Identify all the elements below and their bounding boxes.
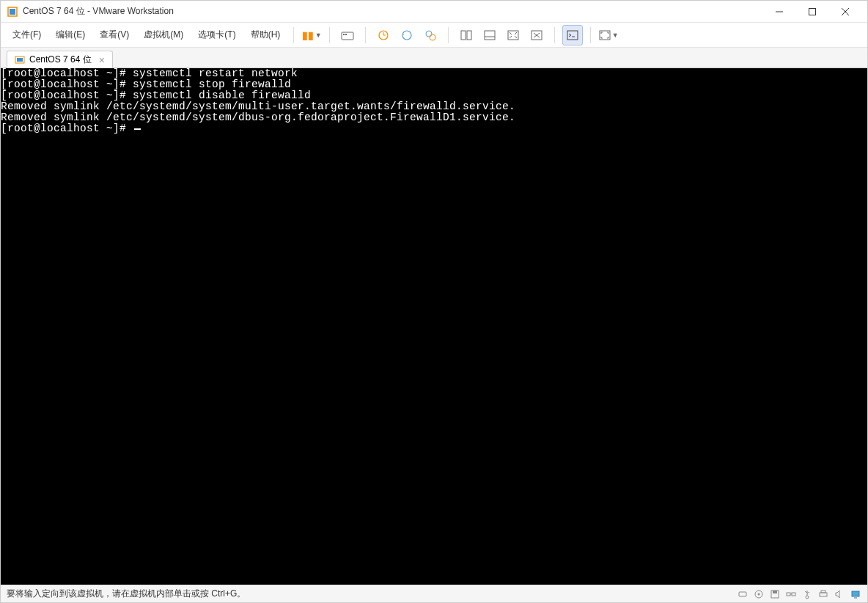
- console-icon: [567, 30, 578, 40]
- svg-rect-27: [17, 58, 23, 62]
- revert-snapshot-button[interactable]: [397, 25, 417, 45]
- console-view-button[interactable]: [562, 25, 583, 45]
- printer-icon[interactable]: [817, 588, 829, 600]
- separator: [329, 27, 330, 43]
- terminal-line: [root@localhost ~]# systemctl stop firew…: [1, 79, 867, 90]
- unity-button[interactable]: [503, 25, 523, 45]
- menu-edit[interactable]: 编辑(E): [50, 26, 91, 44]
- separator: [554, 27, 555, 43]
- vmware-logo-icon: [7, 6, 18, 18]
- vm-tab-icon: [15, 55, 25, 65]
- unity-icon: [507, 30, 519, 40]
- usb-icon[interactable]: [801, 588, 813, 600]
- separator: [293, 27, 294, 43]
- minimize-button[interactable]: [762, 1, 795, 22]
- svg-point-30: [758, 593, 760, 595]
- svg-point-14: [430, 34, 435, 40]
- separator: [365, 27, 366, 43]
- svg-rect-19: [508, 31, 518, 40]
- clock-manage-icon: [424, 29, 436, 41]
- pause-button[interactable]: ▮▮▼: [301, 25, 322, 45]
- separator: [590, 27, 591, 43]
- tab-label: CentOS 7 64 位: [29, 54, 92, 66]
- manage-snapshots-button[interactable]: [420, 25, 441, 45]
- exit-unity-button[interactable]: [526, 25, 547, 45]
- keyboard-icon: [341, 29, 354, 41]
- fullscreen-button[interactable]: ▼: [598, 25, 619, 45]
- menu-tabs[interactable]: 选项卡(T): [192, 26, 241, 44]
- close-button[interactable]: [828, 1, 861, 22]
- chevron-down-icon: ▼: [612, 32, 619, 39]
- screen-fit-icon: [460, 30, 472, 40]
- status-icons: [737, 588, 861, 600]
- svg-rect-23: [567, 31, 578, 40]
- cursor-icon: [134, 128, 141, 130]
- statusbar: 要将输入定向到该虚拟机，请在虚拟机内部单击或按 Ctrl+G。: [1, 585, 867, 602]
- tab-centos[interactable]: CentOS 7 64 位 ×: [7, 51, 113, 68]
- menubar: 文件(F) 编辑(E) 查看(V) 虚拟机(M) 选项卡(T) 帮助(H) ▮▮…: [1, 23, 867, 48]
- chevron-down-icon: ▼: [315, 32, 322, 39]
- fullscreen-icon: [599, 30, 611, 40]
- display-icon[interactable]: [850, 588, 861, 600]
- network-icon[interactable]: [785, 588, 797, 600]
- svg-rect-15: [461, 31, 466, 40]
- svg-rect-34: [792, 593, 795, 596]
- clock-icon: [378, 29, 389, 41]
- snapshot-button[interactable]: [373, 25, 394, 45]
- svg-point-36: [806, 596, 809, 599]
- fit-guest-button[interactable]: [456, 25, 477, 45]
- svg-rect-40: [820, 593, 827, 596]
- terminal-line: Removed symlink /etc/systemd/system/dbus…: [1, 112, 867, 123]
- svg-rect-1: [10, 9, 15, 15]
- exit-unity-icon: [531, 30, 542, 40]
- tab-close-icon[interactable]: ×: [99, 54, 105, 66]
- sound-icon[interactable]: [834, 588, 845, 600]
- terminal-line: [root@localhost ~]# systemctl restart ne…: [1, 68, 867, 79]
- svg-rect-32: [773, 591, 777, 593]
- window-controls: [762, 1, 861, 22]
- svg-rect-28: [739, 592, 746, 596]
- menu-help[interactable]: 帮助(H): [245, 26, 287, 44]
- terminal-prompt: [root@localhost ~]#: [1, 123, 867, 134]
- window-title: CentOS 7 64 位 - VMware Workstation: [23, 5, 762, 18]
- svg-rect-8: [345, 34, 347, 35]
- svg-rect-7: [343, 34, 345, 35]
- floppy-icon[interactable]: [769, 588, 781, 600]
- status-text: 要将输入定向到该虚拟机，请在虚拟机内部单击或按 Ctrl+G。: [7, 588, 737, 600]
- svg-rect-17: [485, 31, 495, 40]
- clock-revert-icon: [401, 29, 413, 41]
- menu-vm[interactable]: 虚拟机(M): [138, 26, 189, 44]
- menu-file[interactable]: 文件(F): [7, 26, 47, 44]
- pause-icon: ▮▮: [302, 29, 314, 41]
- maximize-button[interactable]: [795, 1, 828, 22]
- terminal-line: Removed symlink /etc/systemd/system/mult…: [1, 101, 867, 112]
- svg-rect-33: [787, 593, 790, 596]
- svg-rect-6: [342, 32, 353, 40]
- tabbar: CentOS 7 64 位 ×: [1, 48, 867, 68]
- svg-rect-3: [809, 8, 815, 15]
- send-ctrl-alt-del-button[interactable]: [337, 25, 358, 45]
- svg-point-13: [426, 31, 432, 37]
- svg-rect-41: [821, 591, 825, 593]
- fit-window-button[interactable]: [479, 25, 500, 45]
- svg-rect-42: [852, 591, 859, 596]
- svg-rect-16: [467, 31, 471, 40]
- vmware-window: CentOS 7 64 位 - VMware Workstation 文件(F)…: [0, 0, 868, 603]
- screen-single-icon: [484, 30, 496, 40]
- menu-view[interactable]: 查看(V): [94, 26, 135, 44]
- disk-icon[interactable]: [737, 588, 749, 600]
- titlebar: CentOS 7 64 位 - VMware Workstation: [1, 1, 867, 23]
- cd-icon[interactable]: [753, 588, 765, 600]
- terminal-console[interactable]: [root@localhost ~]# systemctl restart ne…: [1, 68, 867, 585]
- terminal-line: [root@localhost ~]# systemctl disable fi…: [1, 90, 867, 101]
- separator: [448, 27, 449, 43]
